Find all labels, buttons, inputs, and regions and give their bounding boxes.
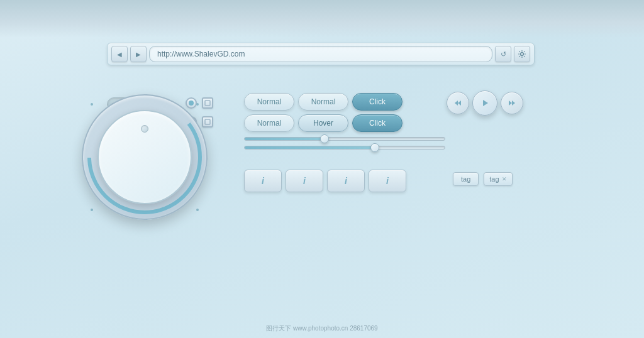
fast-forward-button[interactable] (501, 92, 523, 114)
button-row-2: Normal Hover Click (244, 114, 402, 132)
svg-marker-7 (512, 101, 515, 106)
browser-bar: ◀ ▶ http://www.ShalevGD.com ↺ (107, 43, 535, 65)
hover-button[interactable]: Hover (298, 114, 348, 132)
knob-inner[interactable] (97, 110, 192, 204)
slider-2-thumb[interactable] (370, 143, 379, 152)
tag-2[interactable]: tag ✕ (484, 172, 512, 186)
top-strip (0, 0, 644, 38)
play-button[interactable] (472, 90, 497, 116)
tag-close-icon[interactable]: ✕ (502, 176, 507, 182)
slider-2-track[interactable] (244, 146, 445, 150)
knob-outer[interactable] (82, 94, 208, 220)
click-button-1[interactable]: Click (352, 93, 402, 111)
slider-1-thumb[interactable] (320, 134, 329, 143)
refresh-button[interactable]: ↺ (495, 46, 511, 62)
svg-marker-6 (509, 101, 512, 106)
rewind-button[interactable] (447, 92, 469, 114)
back-button[interactable]: ◀ (111, 46, 128, 62)
info-button-2[interactable]: i (286, 170, 323, 192)
svg-marker-3 (455, 101, 458, 106)
slider-2-fill (245, 146, 375, 149)
button-row-1: Normal Normal Click (244, 93, 402, 111)
info-buttons-row: i i i i (244, 170, 406, 192)
slider-1-track[interactable] (244, 137, 445, 141)
settings-button[interactable] (514, 46, 530, 62)
svg-marker-4 (458, 101, 461, 106)
svg-point-0 (521, 53, 524, 56)
slider-1-container (244, 137, 445, 141)
knob-container (82, 94, 208, 220)
slider-2-container (244, 146, 445, 150)
slider-1-fill (245, 138, 325, 140)
watermark: 图行天下 www.photophoto.cn 28617069 (0, 324, 644, 333)
url-bar[interactable]: http://www.ShalevGD.com (149, 46, 492, 62)
normal-button-1[interactable]: Normal (244, 93, 294, 111)
info-button-4[interactable]: i (369, 170, 406, 192)
info-button-1[interactable]: i (244, 170, 282, 192)
info-button-3[interactable]: i (327, 170, 365, 192)
normal-button-3[interactable]: Normal (244, 114, 294, 132)
normal-button-2[interactable]: Normal (298, 93, 348, 111)
forward-button[interactable]: ▶ (130, 46, 147, 62)
click-button-2[interactable]: Click (352, 114, 402, 132)
svg-marker-5 (483, 100, 488, 106)
tags-section: tag tag ✕ (453, 172, 513, 186)
tag-1[interactable]: tag (453, 172, 479, 186)
knob-indicator-dot (141, 125, 148, 133)
